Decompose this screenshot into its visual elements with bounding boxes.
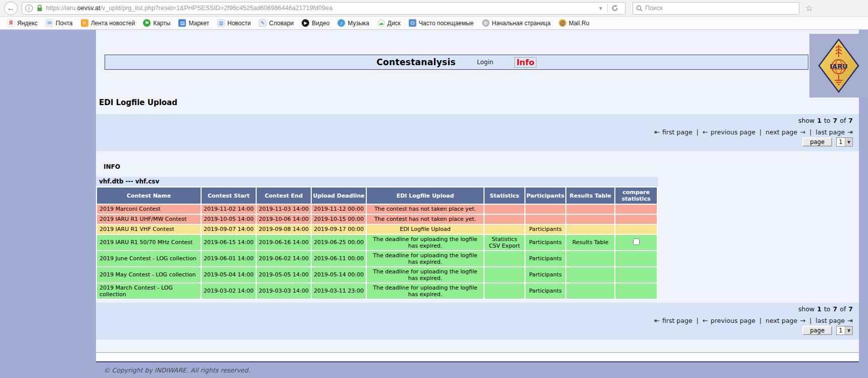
- show-to-word: to: [824, 305, 831, 313]
- last-page-label: last page: [815, 128, 845, 136]
- bookmark-news[interactable]: ▥Новости: [213, 18, 255, 28]
- bookmark-home-page[interactable]: ⊕Начальная страница: [478, 18, 555, 28]
- show-from: 1: [817, 117, 822, 124]
- previous-page-label: previous page: [710, 317, 755, 324]
- edi-upload-link[interactable]: EDI Logfile Upload: [367, 225, 484, 234]
- pagination-links: ⇤first page | ←previous page | next page…: [102, 128, 853, 136]
- participants-cell: [525, 205, 565, 214]
- first-page-link[interactable]: ⇤first page: [654, 317, 693, 324]
- search-input[interactable]: [645, 5, 796, 12]
- maps-icon: ⚑: [143, 19, 151, 27]
- upload-deadline: 2019-11-12 00:00: [312, 205, 366, 214]
- address-bar[interactable]: i https://iaru.oevsv.at/v_upld/prg_list.…: [22, 2, 625, 15]
- show-total: 7: [848, 117, 853, 124]
- iaru-logo: IARU: [809, 34, 868, 98]
- bookmark-yandex[interactable]: ЯЯндекс: [3, 18, 41, 28]
- bookmark-newsfeed[interactable]: ≡Лента новостей: [77, 18, 139, 28]
- contest-name: 2019 June Contest - LOG collection: [97, 251, 201, 266]
- bookmark-mailru[interactable]: @Mail.Ru: [555, 18, 594, 28]
- results-cell: [566, 284, 614, 299]
- show-to: 7: [833, 305, 838, 313]
- contest-end: 2019-06-02 14:00: [257, 251, 311, 266]
- first-page-link[interactable]: ⇤first page: [654, 128, 693, 136]
- urlbar-dropdown-icon[interactable]: ▼: [594, 6, 607, 11]
- https-lock-icon: [36, 5, 43, 12]
- back-button[interactable]: ←: [4, 2, 18, 15]
- contest-end: 2019-09-08 14:00: [257, 225, 311, 234]
- table-caption: vhf.dtb --- vhf.csv: [96, 177, 658, 186]
- statistics-cell: [485, 267, 524, 282]
- next-page-icon: →: [800, 317, 805, 324]
- table-header-row: Contest Name Contest Start Contest End U…: [97, 187, 657, 204]
- reload-icon[interactable]: [608, 5, 622, 12]
- bookmark-music[interactable]: ♪Музыка: [333, 18, 373, 28]
- page-select[interactable]: 1▼: [836, 137, 853, 147]
- bookmark-video[interactable]: ▶Видео: [298, 18, 333, 28]
- compare-statistics-checkbox[interactable]: [633, 239, 640, 245]
- first-page-icon: ⇤: [654, 317, 660, 324]
- contest-start: 2019-05-04 14:00: [202, 267, 256, 282]
- show-label: show: [798, 305, 814, 313]
- pagination-links: ⇤first page | ←previous page | next page…: [102, 317, 853, 324]
- separator: |: [809, 128, 811, 136]
- results-cell: [566, 205, 614, 214]
- frequent-icon: ⊙: [409, 19, 416, 27]
- pagination-top: show1to7of7 ⇤first page | ←previous page…: [96, 114, 859, 151]
- participants-link[interactable]: Participants: [525, 267, 565, 282]
- contest-start: 2019-06-15 14:00: [202, 235, 256, 250]
- select-arrow-icon: ▼: [845, 326, 852, 335]
- statistics-cell: [485, 251, 524, 266]
- statistics-cell: [485, 215, 524, 224]
- bookmark-label: Начальная страница: [492, 20, 551, 27]
- contest-start: 2019-09-07 14:00: [202, 225, 256, 234]
- table-row: 2019 June Contest - LOG collection 2019-…: [97, 251, 657, 266]
- bookmark-disk[interactable]: ☁Диск: [373, 18, 405, 28]
- participants-cell: [525, 215, 565, 224]
- bookmark-dictionaries[interactable]: ✎Словари: [255, 18, 298, 28]
- previous-page-link[interactable]: ←previous page: [703, 128, 756, 136]
- page-select[interactable]: 1▼: [836, 326, 853, 335]
- show-from: 1: [817, 305, 822, 313]
- table-row: 2019 IARU R1 VHF Contest 2019-09-07 14:0…: [97, 225, 657, 234]
- participants-link[interactable]: Participants: [525, 284, 565, 299]
- globe-icon: ⊕: [482, 19, 490, 27]
- page-button[interactable]: page: [802, 137, 832, 147]
- statistics-csv-link[interactable]: Statistics CSV Export: [485, 235, 524, 250]
- bookmark-mail[interactable]: ✉Почта: [41, 18, 76, 28]
- results-table-link[interactable]: Results Table: [566, 235, 614, 250]
- bookmark-frequently-visited[interactable]: ⊙Часто посещаемые: [405, 18, 478, 28]
- show-total: 7: [848, 305, 853, 313]
- bookmark-star-icon[interactable]: ☆: [805, 3, 813, 14]
- cloud-icon: ☁: [377, 19, 385, 27]
- participants-link[interactable]: Participants: [525, 251, 565, 266]
- bookmark-label: Видео: [312, 20, 329, 27]
- contest-start: 2019-11-02 14:00: [202, 205, 256, 214]
- search-box[interactable]: [633, 2, 799, 15]
- previous-page-link[interactable]: ←previous page: [703, 317, 756, 324]
- page-select-value: 1: [837, 326, 845, 335]
- page-info-icon[interactable]: i: [25, 5, 33, 12]
- results-cell: [566, 267, 614, 282]
- show-label: show: [798, 117, 814, 124]
- at-icon: @: [559, 19, 566, 27]
- last-page-link[interactable]: last page⇥: [815, 317, 853, 324]
- participants-link[interactable]: Participants: [525, 225, 565, 234]
- page-button[interactable]: page: [802, 326, 832, 335]
- last-page-link[interactable]: last page⇥: [815, 128, 853, 136]
- login-link[interactable]: Login: [477, 59, 493, 66]
- previous-page-label: previous page: [710, 128, 755, 136]
- participants-link[interactable]: Participants: [525, 235, 565, 250]
- info-link[interactable]: Info: [514, 57, 536, 68]
- page-controls: page 1▼: [102, 326, 853, 335]
- next-page-link[interactable]: next page→: [765, 317, 805, 324]
- compare-cell: [615, 284, 657, 299]
- bookmark-maps[interactable]: ⚑Карты: [139, 18, 174, 28]
- contest-start: 2019-06-01 14:00: [202, 251, 256, 266]
- search-icon: [636, 5, 643, 12]
- next-page-link[interactable]: next page→: [765, 128, 805, 136]
- mail-icon: ✉: [45, 19, 53, 27]
- compare-cell: [615, 251, 657, 266]
- url-text[interactable]: https://iaru.oevsv.at/v_upld/prg_list.ph…: [46, 5, 594, 12]
- bookmark-market[interactable]: ▤Маркет: [174, 18, 213, 28]
- contest-end: 2019-06-16 14:00: [257, 235, 311, 250]
